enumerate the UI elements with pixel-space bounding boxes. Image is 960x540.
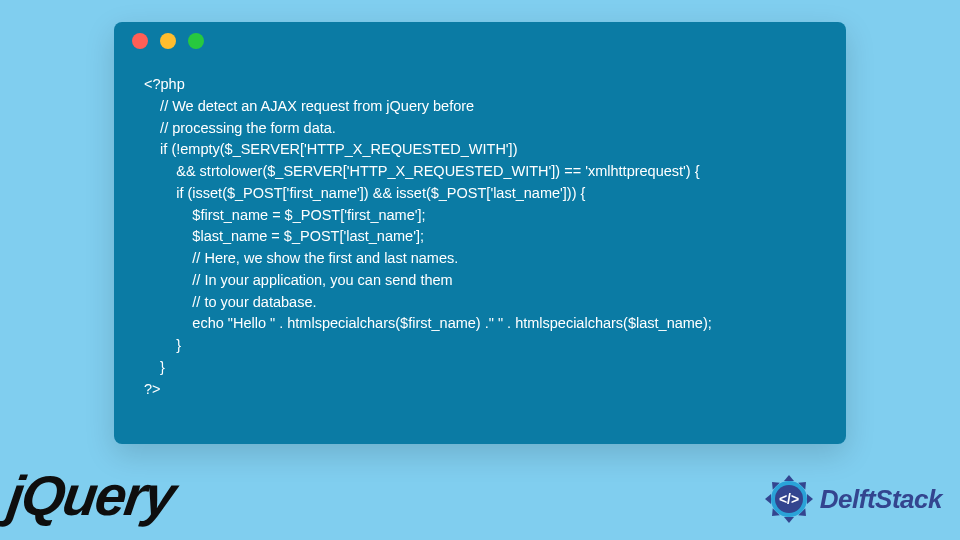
delftstack-logo: </> DelftStack (762, 472, 942, 526)
svg-marker-2 (807, 494, 813, 504)
code-window: <?php // We detect an AJAX request from … (114, 22, 846, 444)
jquery-logo: jQuery (4, 468, 178, 530)
gear-icon: </> (762, 472, 816, 526)
code-block: <?php // We detect an AJAX request from … (114, 60, 846, 420)
svg-text:</>: </> (779, 491, 799, 507)
titlebar (114, 22, 846, 60)
maximize-icon[interactable] (188, 33, 204, 49)
svg-marker-0 (784, 475, 794, 481)
svg-marker-6 (765, 494, 771, 504)
minimize-icon[interactable] (160, 33, 176, 49)
close-icon[interactable] (132, 33, 148, 49)
footer: jQuery </> DelftStack (0, 462, 960, 536)
svg-marker-4 (784, 517, 794, 523)
delftstack-label: DelftStack (820, 484, 942, 515)
